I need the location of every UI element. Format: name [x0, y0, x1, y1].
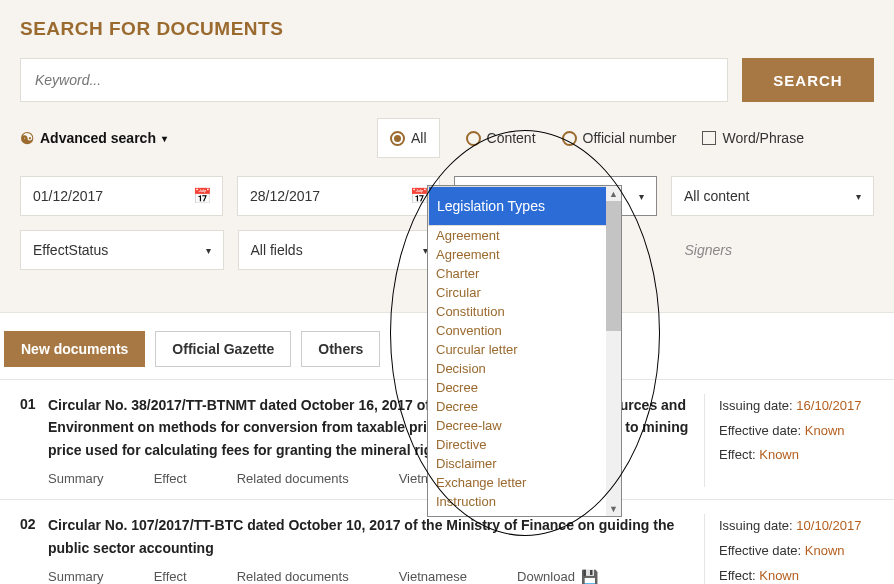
- chevron-down-icon: ▾: [639, 191, 644, 202]
- link-related[interactable]: Related documents: [237, 471, 349, 487]
- date-to-input[interactable]: 28/12/2017📅: [237, 176, 440, 216]
- scroll-down-icon[interactable]: ▼: [606, 501, 621, 516]
- link-related[interactable]: Related documents: [237, 569, 349, 584]
- dropdown-list[interactable]: Legislation TypesAgreementAgreementChart…: [428, 186, 621, 516]
- effect-status: Effect: Known: [719, 564, 874, 584]
- dropdown-option[interactable]: Instruction: [428, 492, 621, 511]
- link-effect[interactable]: Effect: [154, 569, 187, 584]
- link-vietnamese[interactable]: Vietnamese: [399, 569, 467, 584]
- item-number: 01: [20, 394, 48, 487]
- item-meta: Issuing date: 10/10/2017Effective date: …: [704, 514, 874, 584]
- dropdown-option[interactable]: Charter: [428, 264, 621, 283]
- dropdown-option[interactable]: Decree: [428, 397, 621, 416]
- dropdown-option[interactable]: Convention: [428, 321, 621, 340]
- chevron-down-icon: ▾: [206, 245, 211, 256]
- tab-others[interactable]: Others: [301, 331, 380, 367]
- chevron-down-icon: ▾: [856, 191, 861, 202]
- checkbox-wordphrase[interactable]: Word/Phrase: [702, 130, 803, 146]
- item-links: SummaryEffectRelated documentsVietnamese…: [48, 569, 690, 584]
- dropdown-option[interactable]: Decree-law: [428, 416, 621, 435]
- dropdown-option[interactable]: Circular: [428, 283, 621, 302]
- tab-official-gazette[interactable]: Official Gazette: [155, 331, 291, 367]
- signers-select[interactable]: Signers: [673, 230, 875, 270]
- scroll-up-icon[interactable]: ▲: [606, 186, 621, 201]
- filter-icon: ☯: [20, 129, 34, 148]
- keyword-input[interactable]: [20, 58, 728, 102]
- radio-all[interactable]: All: [377, 118, 440, 158]
- radio-official[interactable]: Official number: [562, 130, 677, 146]
- keyword-row: SEARCH: [20, 58, 874, 102]
- page-title: SEARCH FOR DOCUMENTS: [20, 18, 874, 40]
- item-body: Circular No. 107/2017/TT-BTC dated Octob…: [48, 514, 704, 584]
- document-title[interactable]: Circular No. 107/2017/TT-BTC dated Octob…: [48, 514, 690, 559]
- download-icon: 💾: [581, 569, 598, 584]
- radio-content[interactable]: Content: [466, 130, 536, 146]
- radio-icon: [390, 131, 405, 146]
- dropdown-option[interactable]: Legislation Types: [428, 186, 621, 226]
- dropdown-option[interactable]: Exchange letter: [428, 473, 621, 492]
- dropdown-option[interactable]: Directive: [428, 435, 621, 454]
- issuing-date: Issuing date: 16/10/2017: [719, 394, 874, 419]
- caret-down-icon: ▾: [162, 133, 167, 144]
- dropdown-option[interactable]: Constitution: [428, 302, 621, 321]
- advanced-search-label: Advanced search: [40, 130, 156, 146]
- dropdown-option[interactable]: Decree: [428, 378, 621, 397]
- effective-date: Effective date: Known: [719, 539, 874, 564]
- dropdown-option[interactable]: Curcular letter: [428, 340, 621, 359]
- link-effect[interactable]: Effect: [154, 471, 187, 487]
- legislation-types-dropdown: Legislation TypesAgreementAgreementChart…: [427, 185, 622, 517]
- checkbox-icon: [702, 131, 716, 145]
- dropdown-option[interactable]: Decision: [428, 359, 621, 378]
- dropdown-option[interactable]: Agreement: [428, 245, 621, 264]
- all-fields-select[interactable]: All fields▾: [238, 230, 442, 270]
- scrollbar-thumb[interactable]: [606, 201, 621, 331]
- all-content-select[interactable]: All content▾: [671, 176, 874, 216]
- dropdown-option[interactable]: Intention letter: [428, 511, 621, 516]
- tab-new-documents[interactable]: New documents: [4, 331, 145, 367]
- effect-status: Effect: Known: [719, 443, 874, 468]
- dropdown-option[interactable]: Agreement: [428, 226, 621, 245]
- item-meta: Issuing date: 16/10/2017Effective date: …: [704, 394, 874, 487]
- effect-status-select[interactable]: EffectStatus▾: [20, 230, 224, 270]
- radio-icon: [466, 131, 481, 146]
- scrollbar-track[interactable]: ▲ ▼: [606, 186, 621, 516]
- dropdown-option[interactable]: Disclaimer: [428, 454, 621, 473]
- options-row: ☯ Advanced search ▾ All Content Official…: [20, 118, 874, 158]
- link-summary[interactable]: Summary: [48, 569, 104, 584]
- link-download[interactable]: Download 💾: [517, 569, 598, 584]
- scope-radios: All Content Official number Word/Phrase: [377, 118, 804, 158]
- issuing-date: Issuing date: 10/10/2017: [719, 514, 874, 539]
- item-number: 02: [20, 514, 48, 584]
- search-button[interactable]: SEARCH: [742, 58, 874, 102]
- calendar-icon: 📅: [193, 187, 212, 205]
- link-summary[interactable]: Summary: [48, 471, 104, 487]
- advanced-search-toggle[interactable]: ☯ Advanced search ▾: [20, 129, 167, 148]
- radio-icon: [562, 131, 577, 146]
- date-from-input[interactable]: 01/12/2017📅: [20, 176, 223, 216]
- effective-date: Effective date: Known: [719, 419, 874, 444]
